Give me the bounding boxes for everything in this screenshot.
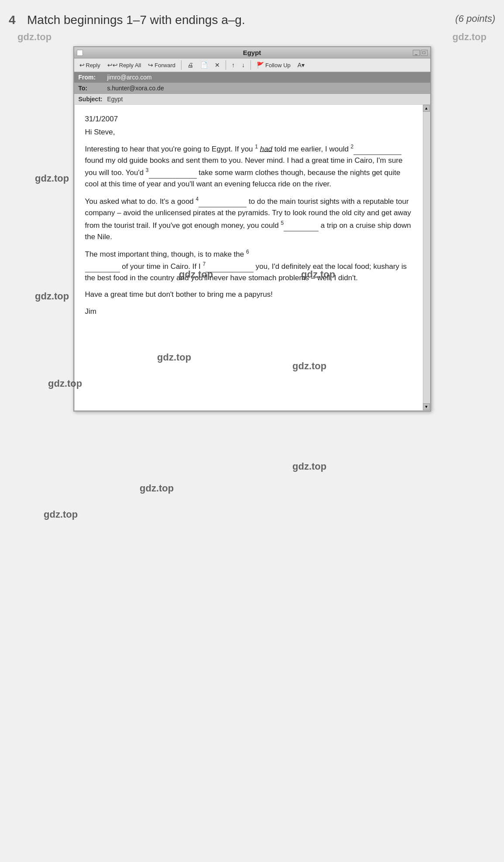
toolbar-separator-1 (181, 60, 182, 70)
email-date: 31/1/2007 (85, 113, 412, 125)
reply-icon: ↩ (79, 62, 85, 69)
scroll-down-arrow[interactable]: ▼ (423, 403, 430, 410)
from-field: From: jimro@arco.com (74, 72, 430, 83)
email-body: 31/1/2007 Hi Steve, Interesting to hear … (75, 105, 423, 410)
forward-label: Forward (154, 62, 175, 69)
superscript-2: 2 (351, 144, 354, 150)
window-controls: _ □ (413, 50, 428, 56)
exercise-number: 4 (9, 13, 22, 27)
to-field: To: s.hunter@xora.co.de (74, 83, 430, 94)
window-title: Egypt (243, 49, 261, 56)
email-body-wrapper: 31/1/2007 Hi Steve, Interesting to hear … (74, 104, 430, 411)
watermark-body-9: gdz.top (140, 483, 174, 494)
para1-text-a: Interesting to hear that you're going to… (85, 144, 255, 153)
para2-text-a: You asked what to do. It's a good (85, 197, 196, 206)
email-client-window: gdz.top gdz.top gdz.top gdz.top gdz.top … (9, 46, 495, 412)
sign-off: Jim (85, 306, 412, 317)
subject-bar: Subject: Egypt (74, 94, 430, 104)
watermark-2: gdz.top (453, 31, 487, 43)
to-label: To: (79, 85, 105, 92)
subject-label: Subject: (79, 96, 105, 103)
print-icon: 🖨 (187, 62, 193, 69)
blank-1-filled: had (260, 144, 272, 153)
points-label: (6 points) (455, 13, 495, 24)
from-value: jimro@arco.com (107, 74, 152, 81)
subject-value: Egypt (107, 96, 123, 103)
paragraph-1: Interesting to hear that you're going to… (85, 143, 412, 190)
scroll-up-arrow[interactable]: ▲ (423, 105, 430, 112)
from-label: From: (79, 74, 105, 81)
next-icon: ↓ (242, 62, 245, 69)
reply-all-label: Reply All (119, 62, 141, 69)
blank-2 (353, 143, 401, 155)
exercise-title: Match beginnings 1–7 with endings a–g. (27, 13, 450, 27)
superscript-7: 7 (202, 261, 206, 267)
followup-label: Follow Up (265, 62, 291, 69)
para3-text-a: The most important thing, though, is to … (85, 250, 246, 258)
font-icon: A▾ (298, 62, 305, 69)
minimize-button[interactable]: _ (413, 50, 420, 56)
page-header: 4 Match beginnings 1–7 with endings a–g.… (9, 13, 495, 27)
next-button[interactable]: ↓ (239, 61, 247, 69)
delete-button[interactable]: ✕ (212, 61, 223, 69)
blank-4 (199, 196, 247, 207)
blank-3 (149, 167, 197, 179)
scrollbar[interactable]: ▲ ▼ (423, 105, 430, 410)
copy-button[interactable]: 📄 (198, 61, 210, 69)
reply-all-icon: ↩↩ (107, 62, 118, 69)
prev-icon: ↑ (232, 62, 235, 69)
email-window: Egypt _ □ ↩ Reply ↩↩ Reply All ↪ Forward… (73, 46, 431, 412)
watermark-body-1: gdz.top (35, 173, 69, 184)
followup-button[interactable]: 🚩 Follow Up (254, 61, 293, 69)
maximize-button[interactable]: □ (421, 50, 428, 56)
forward-icon: ↪ (148, 62, 153, 69)
scroll-track (423, 112, 429, 403)
copy-icon: 📄 (200, 62, 208, 69)
to-value: s.hunter@xora.co.de (107, 85, 164, 92)
para1-text-b: told me earlier, I would (272, 144, 351, 153)
blank-6 (85, 261, 120, 272)
email-toolbar: ↩ Reply ↩↩ Reply All ↪ Forward 🖨 📄 ✕ (74, 58, 430, 72)
print-button[interactable]: 🖨 (185, 61, 196, 69)
watermark-1: gdz.top (17, 31, 51, 43)
toolbar-separator-3 (250, 60, 251, 70)
reply-label: Reply (86, 62, 100, 69)
email-header: From: jimro@arco.com To: s.hunter@xora.c… (74, 72, 430, 94)
superscript-1: 1 (255, 144, 258, 150)
forward-button[interactable]: ↪ Forward (145, 61, 178, 69)
watermark-body-4: gdz.top (35, 291, 69, 302)
font-button[interactable]: A▾ (295, 61, 307, 69)
blank-7 (206, 261, 254, 272)
paragraph-4: Have a great time but don't bother to br… (85, 289, 412, 300)
superscript-6: 6 (246, 249, 249, 255)
window-icon (77, 50, 83, 56)
superscript-5: 5 (281, 220, 284, 226)
email-greeting: Hi Steve, (85, 127, 412, 138)
flag-icon: 🚩 (257, 62, 264, 69)
reply-button[interactable]: ↩ Reply (77, 61, 103, 69)
superscript-4: 4 (196, 196, 199, 202)
watermark-body-10: gdz.top (44, 509, 78, 520)
watermark-row-1: gdz.top gdz.top (9, 31, 495, 43)
paragraph-3: The most important thing, though, is to … (85, 248, 412, 284)
title-bar: Egypt _ □ (74, 47, 430, 58)
superscript-3: 3 (146, 167, 149, 173)
prev-button[interactable]: ↑ (229, 61, 237, 69)
paragraph-2: You asked what to do. It's a good 4 to d… (85, 195, 412, 243)
delete-icon: ✕ (215, 62, 220, 69)
para3-text-b: of your time in Cairo. If I (120, 262, 203, 271)
reply-all-button[interactable]: ↩↩ Reply All (105, 61, 144, 69)
toolbar-separator-2 (226, 60, 226, 70)
blank-5 (284, 219, 319, 231)
watermark-body-8: gdz.top (292, 461, 326, 472)
